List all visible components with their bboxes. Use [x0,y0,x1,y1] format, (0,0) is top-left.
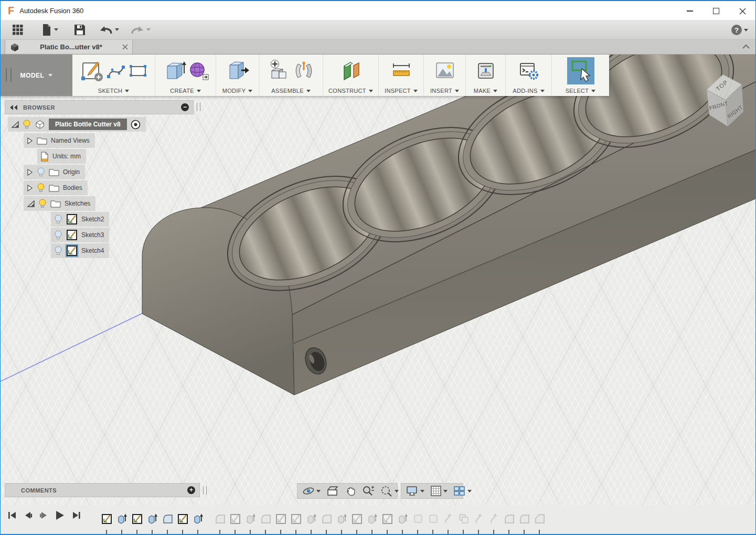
timeline-feature-extrude[interactable] [304,508,319,529]
maximize-button[interactable] [703,2,729,20]
timeline-feature-fillet[interactable] [502,508,517,529]
timeline-feature-fillet[interactable] [319,508,334,529]
viewports-button[interactable] [453,485,472,497]
timeline-feature-extrude[interactable] [145,508,160,529]
units-label[interactable]: Units: mm [52,153,81,160]
collapse-tabbar-chevron-icon[interactable] [742,43,750,50]
browser-row-named-views[interactable]: Named Views [24,133,95,148]
timeline-feature-combine[interactable] [456,508,471,529]
workspace-selector[interactable]: MODEL [1,55,72,96]
step-forward-icon[interactable] [39,511,48,520]
sketch-menu[interactable]: SKETCH [98,85,129,96]
timeline-feature-sketch[interactable] [175,508,190,529]
timeline-feature-move[interactable] [441,508,456,529]
visibility-bulb-off-icon[interactable] [54,214,62,224]
browser-row-bodies[interactable]: Bodies [24,180,88,195]
joint-icon[interactable] [293,60,314,82]
timeline-feature-sketch[interactable] [99,508,114,529]
timeline-feature-extrude[interactable] [190,508,206,529]
new-component-icon[interactable] [269,59,291,82]
visibility-bulb-on-icon[interactable] [37,183,45,193]
browser-grip-icon[interactable] [197,103,200,111]
addins-menu[interactable]: ADD-INS [513,85,544,96]
visibility-bulb-off-icon[interactable] [54,245,62,256]
save-button[interactable] [74,24,86,36]
timeline-feature-fillet[interactable] [258,508,273,529]
minimize-button[interactable] [677,2,703,20]
timeline-feature-fillet[interactable] [517,508,532,529]
press-pull-icon[interactable] [226,59,250,83]
timeline-feature-sketch[interactable] [349,508,365,529]
select-menu[interactable]: SELECT [566,85,596,96]
browser-remove-icon[interactable]: − [181,103,189,111]
play-icon[interactable] [55,510,65,520]
visibility-bulb-on-icon[interactable] [23,119,31,130]
collapsed-triangle-icon[interactable] [27,137,33,144]
grid-layout-button[interactable] [430,485,448,497]
new-body-icon[interactable] [162,59,186,83]
look-at-button[interactable] [326,485,339,497]
collapsed-triangle-icon[interactable] [27,185,33,191]
close-button[interactable] [729,2,755,20]
create-sketch-icon[interactable] [80,59,104,83]
orbit-button[interactable] [302,485,321,497]
browser-header[interactable]: BROWSER − [5,100,194,114]
spline-icon[interactable] [106,61,126,81]
sketch4-label[interactable]: Sketch4 [81,247,104,254]
timeline-feature-chamfer[interactable] [532,508,547,529]
bodies-label[interactable]: Bodies [63,184,82,191]
collapsed-triangle-icon[interactable] [27,169,33,176]
timeline-feature-move[interactable] [486,508,502,529]
timeline-feature-extrude[interactable] [243,508,258,529]
measure-icon[interactable] [390,60,413,81]
timeline-feature-fillet[interactable] [212,508,228,529]
timeline-feature-extrude[interactable] [334,508,349,529]
construct-menu[interactable]: CONSTRUCT [328,85,373,96]
display-settings-button[interactable] [406,485,424,497]
insert-menu[interactable]: INSERT [430,85,459,96]
origin-label[interactable]: Origin [63,168,80,176]
create-menu[interactable]: CREATE [170,85,201,96]
make-menu[interactable]: MAKE [474,85,497,96]
timeline-feature-sketch[interactable] [273,508,289,529]
document-tab[interactable]: Platic Bo...utter v8* [5,40,133,54]
timeline-feature-sketch[interactable] [130,508,145,529]
timeline-feature-sketch[interactable] [228,508,243,529]
browser-row-root[interactable]: Platic Bottle Cutter v8 [8,117,146,132]
select-tool-active[interactable] [567,57,594,84]
visibility-bulb-on-icon[interactable] [38,198,47,209]
visibility-bulb-off-icon[interactable] [37,167,45,177]
visibility-bulb-off-icon[interactable] [54,230,62,240]
app-grid-button[interactable] [12,24,24,36]
activate-component-radio-icon[interactable] [131,120,141,130]
scripts-addins-icon[interactable] [518,60,539,81]
comments-bar[interactable]: COMMENTS + [5,483,200,497]
browser-row-sketch3[interactable]: Sketch3 [51,228,109,242]
create-form-icon[interactable] [188,60,209,82]
timeline-feature-box[interactable] [410,508,425,529]
timeline-feature-sketch[interactable] [380,508,395,529]
sketches-label[interactable]: Sketches [65,200,90,207]
redo-button[interactable] [131,25,151,35]
timeline-feature-box[interactable] [425,508,441,529]
expand-triangle-icon[interactable] [11,121,19,128]
help-button[interactable]: ? [731,25,742,35]
browser-row-origin[interactable]: Origin [24,165,85,179]
named-views-label[interactable]: Named Views [51,137,90,144]
timeline-feature-move[interactable] [471,508,486,529]
browser-row-sketch2[interactable]: Sketch2 [51,212,109,227]
browser-row-sketches[interactable]: Sketches [24,196,95,211]
fit-button[interactable] [380,485,399,497]
expand-triangle-icon[interactable] [27,200,35,207]
browser-row-units[interactable]: Units: mm [37,149,86,164]
zoom-button[interactable] [362,485,375,497]
comments-grip-icon[interactable] [203,486,207,495]
3d-print-icon[interactable] [475,60,496,81]
timeline-feature-extrude[interactable] [114,508,130,529]
tab-close-icon[interactable] [122,44,128,50]
step-back-icon[interactable] [24,511,33,520]
go-to-start-icon[interactable] [8,511,17,520]
rectangle-tool-icon[interactable] [128,61,148,81]
go-to-end-icon[interactable] [72,511,81,520]
insert-image-icon[interactable] [434,61,455,81]
